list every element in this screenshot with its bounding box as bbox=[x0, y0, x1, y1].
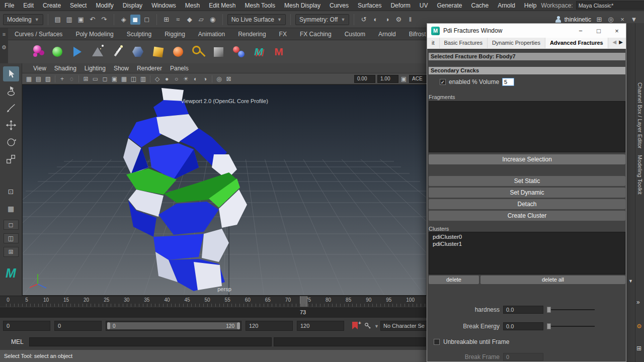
delete-button[interactable]: delete bbox=[429, 276, 479, 284]
shelf-gear-icon[interactable]: ⚙ bbox=[0, 44, 8, 51]
delete-all-button[interactable]: delete all bbox=[480, 276, 625, 284]
fragments-list[interactable] bbox=[429, 101, 625, 152]
menu-item[interactable]: Mesh Tools bbox=[240, 0, 280, 11]
poly-cube-icon[interactable] bbox=[149, 42, 167, 61]
tab-scroll-left-icon[interactable]: ◀ bbox=[613, 39, 617, 45]
undo-icon[interactable]: ↶ bbox=[88, 15, 98, 25]
pdi-cone-icon[interactable] bbox=[89, 42, 107, 61]
scale-tool-button[interactable] bbox=[3, 152, 19, 167]
pdi-shatter-icon[interactable] bbox=[28, 42, 46, 61]
shelf-tab[interactable]: Animation bbox=[192, 29, 231, 40]
image-plane-icon[interactable]: ▧ bbox=[44, 75, 52, 82]
dialog-tab[interactable]: Advanced Fractures bbox=[545, 38, 608, 48]
volume-percent-input[interactable] bbox=[502, 78, 514, 86]
playback-range-track[interactable]: 0 120 bbox=[106, 321, 242, 331]
snap-grid-icon[interactable]: ⊞ bbox=[162, 15, 172, 25]
film-gate-icon[interactable]: ▭ bbox=[91, 75, 100, 82]
bookmarks-icon[interactable]: ▤ bbox=[34, 75, 43, 82]
range-fill[interactable]: 0 120 bbox=[110, 322, 237, 329]
toolkit-gear-icon[interactable]: ⚙ bbox=[636, 323, 642, 330]
ao-icon[interactable]: ◑ bbox=[201, 75, 209, 82]
shelf-tab[interactable]: Sculpting bbox=[120, 29, 158, 40]
field-chart-icon[interactable]: ▦ bbox=[120, 75, 128, 82]
render-icon[interactable]: ◐ bbox=[370, 15, 380, 25]
snap-curve-icon[interactable]: ≈ bbox=[173, 15, 183, 25]
animation-end-field[interactable] bbox=[297, 321, 344, 331]
expand-panels-icon[interactable]: » bbox=[636, 299, 640, 306]
hardness-slider-handle[interactable] bbox=[547, 307, 551, 313]
ipr-render-icon[interactable]: ◑ bbox=[382, 15, 392, 25]
mel-command-input[interactable] bbox=[29, 337, 272, 346]
menu-item[interactable]: Create bbox=[38, 0, 65, 11]
xray-icon[interactable]: ⊠ bbox=[224, 75, 233, 82]
break-energy-slider-handle[interactable] bbox=[547, 323, 551, 329]
poly-sphere-icon[interactable] bbox=[129, 42, 147, 61]
resolution-gate-icon[interactable]: ◻ bbox=[101, 75, 109, 82]
pause-icon[interactable]: ‖ bbox=[405, 15, 415, 25]
camera-attributes-icon[interactable]: ▦ bbox=[25, 75, 33, 82]
cluster-list-item[interactable]: pdiCluster0 bbox=[429, 233, 625, 240]
paint-selection-tool-button[interactable] bbox=[3, 101, 19, 116]
oversample-icon[interactable]: ◌ bbox=[67, 75, 76, 82]
panel-menu-item[interactable]: View bbox=[29, 63, 50, 73]
menu-item[interactable]: Help bbox=[520, 0, 541, 11]
character-set-caret-icon[interactable]: ▼ bbox=[374, 324, 379, 329]
create-cluster-button[interactable]: Create Cluster bbox=[429, 211, 625, 221]
mel-result-field[interactable] bbox=[274, 337, 426, 346]
isolate-select-icon[interactable]: ◎ bbox=[215, 75, 223, 82]
panel-menu-item[interactable]: Shading bbox=[50, 63, 80, 73]
menu-item[interactable]: Display bbox=[118, 0, 147, 11]
shelf-tab[interactable]: Arnold bbox=[372, 29, 403, 40]
menu-item[interactable]: Deform bbox=[386, 0, 415, 11]
current-frame-marker[interactable] bbox=[300, 296, 307, 307]
pdi-play-icon[interactable] bbox=[68, 42, 87, 61]
panel-menu-item[interactable]: Panels bbox=[166, 63, 193, 73]
add-bookmark-icon[interactable]: + bbox=[358, 320, 361, 326]
menu-item[interactable]: Curves bbox=[325, 0, 353, 11]
increase-selection-button[interactable]: Increase Selection bbox=[429, 154, 625, 164]
menu-item[interactable]: Windows bbox=[147, 0, 181, 11]
command-language-label[interactable]: MEL bbox=[11, 338, 24, 345]
menu-item[interactable]: Cache bbox=[466, 0, 493, 11]
shelf-tab[interactable]: Custom bbox=[338, 29, 372, 40]
detach-button[interactable]: Detach bbox=[429, 199, 625, 209]
pdi-greenball-icon[interactable] bbox=[48, 42, 66, 61]
symmetry-selector[interactable]: Symmetry: Off ▼ bbox=[295, 14, 349, 25]
secondary-cracks-header[interactable]: Secondary Cracks bbox=[429, 67, 625, 74]
dialog-titlebar[interactable]: M Pdi Fractures Window − □ × bbox=[427, 24, 626, 38]
render-settings-icon[interactable]: ⚙ bbox=[393, 15, 404, 25]
live-surface-selector[interactable]: No Live Surface ▼ bbox=[227, 14, 286, 25]
dialog-tab[interactable]: Basic Fractures bbox=[440, 38, 488, 48]
snap-plane-icon[interactable]: ▱ bbox=[196, 15, 206, 25]
select-hierarchy-icon[interactable]: ◈ bbox=[119, 15, 129, 25]
shadows-icon[interactable]: ◐ bbox=[191, 75, 200, 82]
construction-history-icon[interactable]: ↺ bbox=[359, 15, 369, 25]
select-tool-button[interactable] bbox=[3, 66, 19, 81]
close-button[interactable]: × bbox=[608, 24, 626, 38]
make-live-icon[interactable]: ◉ bbox=[208, 15, 218, 25]
molecule-icon[interactable] bbox=[229, 42, 248, 61]
menu-item[interactable]: Surfaces bbox=[353, 0, 386, 11]
exposure-field[interactable]: 0.00 bbox=[354, 75, 375, 83]
grid-toggle-icon[interactable]: ⊞ bbox=[82, 75, 90, 82]
redo-icon[interactable]: ↷ bbox=[99, 15, 109, 25]
smooth-shade-icon[interactable]: ● bbox=[163, 75, 171, 82]
lasso-tool-button[interactable] bbox=[3, 83, 19, 99]
rotate-tool-button[interactable] bbox=[3, 135, 19, 150]
scroll-down-icon[interactable]: ▼ bbox=[628, 279, 633, 284]
shelf-tab[interactable]: Rigging bbox=[158, 29, 192, 40]
menu-item[interactable]: Edit bbox=[19, 0, 38, 11]
layout-single-pane-button[interactable]: ◻ bbox=[4, 220, 19, 230]
gamma-field[interactable]: 1.00 bbox=[377, 75, 398, 83]
menu-item[interactable]: Mesh Display bbox=[280, 0, 325, 11]
shelf-tab[interactable]: FX bbox=[273, 29, 293, 40]
clusters-list[interactable]: pdiCluster0pdiCluster1 bbox=[429, 232, 625, 275]
uv-grid-tool-button[interactable]: ▦ bbox=[3, 201, 19, 216]
menu-item[interactable]: Generate bbox=[432, 0, 466, 11]
viewport-3d-view[interactable]: Viewport 2.0 (OpenGL Core Profile) persp bbox=[22, 84, 427, 296]
tab-modeling-toolkit[interactable]: Modeling Toolkit bbox=[637, 155, 643, 195]
panel-menu-item[interactable]: Show bbox=[110, 63, 133, 73]
orange-sphere-icon[interactable] bbox=[169, 42, 187, 61]
maya-m-red-icon[interactable] bbox=[270, 42, 288, 61]
safe-title-icon[interactable]: ▥ bbox=[139, 75, 147, 82]
